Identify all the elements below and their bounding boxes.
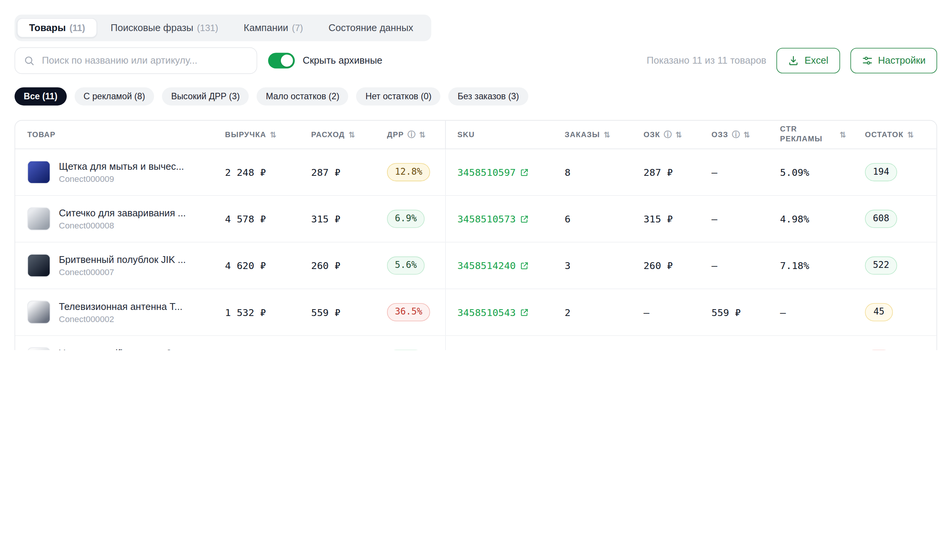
column-header[interactable]: ДРР ⓘ ⇅	[387, 120, 445, 149]
drr-badge: 5.6%	[387, 257, 425, 274]
filter-chip[interactable]: Высокий ДРР (3)	[162, 87, 249, 105]
spend-value: 287 ₽	[311, 149, 387, 196]
ozk-value: –	[644, 289, 712, 335]
table-row[interactable]: Щетка для мытья и вычес... Conect000009 …	[15, 149, 936, 196]
sku-link[interactable]: 3458510573	[457, 213, 529, 224]
external-link-icon	[520, 214, 529, 224]
product-title: Бритвенный полублок JIK ...	[59, 254, 186, 265]
sku-number: 3458514240	[457, 260, 516, 271]
tabs-bar: Товары (11) Поисковые фразы (131) Кампан…	[14, 14, 431, 41]
ozz-value: –	[712, 196, 780, 242]
product-thumbnail	[27, 207, 50, 230]
filter-chip-label: Нет остатков (0)	[365, 92, 431, 102]
sku-link[interactable]: 3458510543	[457, 307, 529, 318]
sort-icon[interactable]: ⇅	[419, 130, 425, 139]
shown-count-text: Показано 11 из 11 товаров	[647, 55, 767, 66]
column-header[interactable]: CTR РЕКЛАМЫ ⓘ ⇅	[780, 120, 865, 149]
sku-link[interactable]: 3458510597	[457, 166, 529, 178]
ozk-value: 260 ₽	[644, 242, 712, 289]
info-icon[interactable]: ⓘ	[732, 129, 740, 140]
sort-icon[interactable]: ⇅	[743, 130, 750, 139]
filter-chip-label: Все (11)	[24, 92, 57, 102]
column-header[interactable]: ОСТАТОК ⓘ ⇅	[865, 120, 937, 149]
table-row[interactable]: Бритвенный полублок JIK ... Conect000007…	[15, 242, 936, 288]
tab[interactable]: Кампании (7)	[232, 18, 315, 38]
spend-value: 315 ₽	[311, 196, 387, 242]
filter-chip[interactable]: Все (11)	[14, 87, 66, 105]
drr-cell: 6.9%	[387, 196, 445, 242]
filter-chip[interactable]: Без заказов (3)	[448, 87, 528, 105]
sort-icon[interactable]: ⇅	[604, 130, 610, 139]
table-row[interactable]: Усилитель wifi сигнала, 8 ... Conect0000…	[15, 335, 936, 350]
drr-cell: 2.9%	[387, 336, 445, 350]
product-title: Ситечко для заваривания ...	[59, 208, 186, 219]
toolbar-right: Показано 11 из 11 товаров Excel Настройк…	[647, 48, 937, 73]
sort-icon[interactable]: ⇅	[839, 130, 846, 139]
product-text: Ситечко для заваривания ... Conect000008	[59, 208, 186, 230]
sku-number: 3458510597	[457, 166, 516, 178]
column-header-label: ДРР	[387, 130, 404, 139]
product-cell: Бритвенный полублок JIK ... Conect000007	[15, 242, 225, 289]
hide-archived-toggle[interactable]	[268, 53, 295, 69]
filter-chips: Все (11) С рекламой (8) Высокий ДРР (3) …	[14, 87, 528, 105]
excel-export-button[interactable]: Excel	[777, 48, 840, 73]
table-header: ТОВАР ⓘ ⇅ ВЫРУЧКА ⓘ ⇅ РАСХОД ⓘ ⇅ ДРР ⓘ ⇅…	[15, 120, 936, 149]
column-header[interactable]: ВЫРУЧКА ⓘ ⇅	[225, 120, 311, 149]
filter-chip[interactable]: Мало остатков (2)	[257, 87, 348, 105]
sliders-icon	[862, 55, 873, 66]
table-row[interactable]: Телевизионная антенна Т... Conect000002 …	[15, 289, 936, 335]
column-header[interactable]: ОЗЗ ⓘ ⇅	[712, 120, 780, 149]
product-cell: Ситечко для заваривания ... Conect000008	[15, 196, 225, 242]
stock-badge: 194	[865, 163, 897, 181]
sort-icon[interactable]: ⇅	[270, 130, 276, 139]
product-title: Усилитель wifi сигнала, 8 ...	[59, 348, 182, 350]
settings-button[interactable]: Настройки	[850, 48, 937, 73]
column-header-label: ВЫРУЧКА	[225, 130, 267, 139]
tab-count: (7)	[292, 22, 303, 33]
drr-badge: 6.9%	[387, 210, 425, 228]
products-analytics-page: Товары (11) Поисковые фразы (131) Кампан…	[0, 0, 947, 350]
info-icon[interactable]: ⓘ	[408, 129, 415, 140]
stock-badge: 522	[865, 257, 897, 274]
orders-value: 2	[565, 336, 644, 350]
download-icon	[788, 55, 799, 66]
info-icon[interactable]: ⓘ	[664, 129, 672, 140]
tab[interactable]: Состояние данных	[317, 18, 429, 38]
sort-icon[interactable]: ⇅	[676, 130, 682, 139]
stock-cell: 522	[865, 242, 937, 289]
sku-cell: 3458510543	[445, 289, 564, 335]
sort-icon[interactable]: ⇅	[907, 130, 914, 139]
filter-chip[interactable]: С рекламой (8)	[74, 87, 154, 105]
column-header[interactable]: ОЗК ⓘ ⇅	[644, 120, 712, 149]
table-row[interactable]: Ситечко для заваривания ... Conect000008…	[15, 195, 936, 242]
sort-icon[interactable]: ⇅	[348, 130, 355, 139]
table-body: Щетка для мытья и вычес... Conect000009 …	[15, 149, 936, 350]
tab[interactable]: Поисковые фразы (131)	[99, 18, 230, 38]
filter-chip-label: С рекламой (8)	[83, 92, 145, 102]
filter-chip[interactable]: Нет остатков (0)	[356, 87, 441, 105]
search-box	[14, 47, 257, 74]
column-header[interactable]: ТОВАР ⓘ ⇅	[15, 120, 225, 149]
orders-value: 6	[565, 196, 644, 242]
ctr-value: 7.18%	[780, 242, 865, 289]
orders-value: 2	[565, 289, 644, 335]
column-header-label: CTR РЕКЛАМЫ	[780, 125, 836, 144]
tab-count: (131)	[197, 22, 218, 33]
product-text: Щетка для мытья и вычес... Conect000009	[59, 161, 184, 183]
ozz-value: –	[712, 242, 780, 289]
tab-label: Поисковые фразы	[111, 22, 193, 33]
drr-badge: 12.8%	[387, 163, 430, 181]
ozk-value: 315 ₽	[644, 196, 712, 242]
search-input[interactable]	[14, 47, 257, 74]
tab[interactable]: Товары (11)	[17, 18, 97, 38]
tab-count: (11)	[69, 22, 85, 33]
product-article: Conect000009	[59, 174, 184, 183]
settings-button-label: Настройки	[878, 55, 926, 66]
sku-link[interactable]: 3458514240	[457, 260, 529, 271]
external-link-icon	[520, 308, 529, 317]
column-header[interactable]: ЗАКАЗЫ ⓘ ⇅	[565, 120, 644, 149]
column-header[interactable]: SKU ⓘ ⇅	[445, 120, 564, 149]
ctr-value: 5.09%	[780, 149, 865, 196]
search-icon	[24, 55, 34, 66]
column-header[interactable]: РАСХОД ⓘ ⇅	[311, 120, 387, 149]
